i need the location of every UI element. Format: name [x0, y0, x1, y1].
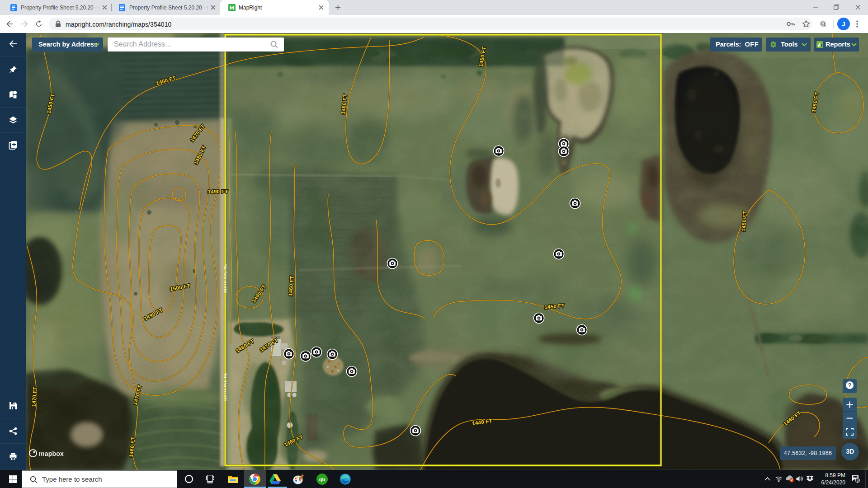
svg-text:qb: qb: [319, 477, 326, 482]
svg-text:mapbox: mapbox: [39, 450, 64, 457]
svg-text:1490 FT: 1490 FT: [208, 189, 228, 194]
svg-text:6: 6: [857, 478, 859, 483]
svg-text:110TH AVE NE: 110TH AVE NE: [223, 372, 227, 401]
svg-text:110TH AVE NE: 110TH AVE NE: [223, 264, 227, 293]
